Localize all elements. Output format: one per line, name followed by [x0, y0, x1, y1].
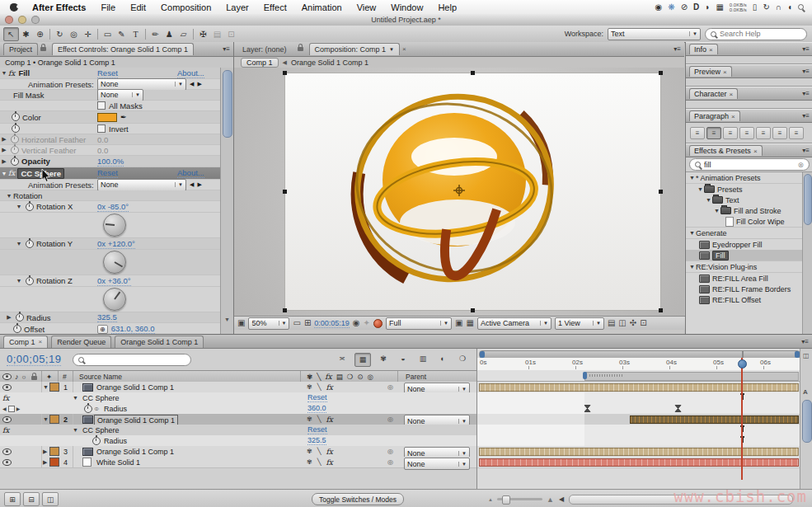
- layer-name[interactable]: Orange Solid 1 Comp 1: [96, 446, 174, 457]
- fx-switch-icon[interactable]: fx: [326, 383, 333, 392]
- keyframe-hourglass-icon[interactable]: [674, 405, 682, 412]
- preset-next-icon[interactable]: ▶: [197, 81, 201, 87]
- sync-icon[interactable]: ↻: [763, 2, 769, 12]
- layer-handle[interactable]: [283, 190, 287, 194]
- collapse-switch-icon[interactable]: ✾: [307, 383, 312, 391]
- cc-sphere-animation-presets-dropdown[interactable]: None ▼: [97, 179, 186, 191]
- rotation-z-value[interactable]: 0x +36.0°: [97, 276, 131, 286]
- effect-name[interactable]: CC Sphere: [82, 392, 120, 403]
- tree-item-refill-offset[interactable]: RE:FILL Offset: [686, 294, 812, 305]
- tree-item-presets[interactable]: ▼ Presets: [686, 184, 812, 195]
- region-of-interest-icon[interactable]: ▣: [455, 319, 462, 327]
- playhead-handle[interactable]: [738, 359, 747, 369]
- radius-value[interactable]: 325.5: [97, 312, 117, 322]
- screen-record-icon[interactable]: ◉: [655, 2, 663, 12]
- eyedropper-icon[interactable]: ✒: [120, 113, 127, 121]
- menu-file[interactable]: File: [93, 2, 123, 12]
- do-not-disturb-icon[interactable]: ⊘: [681, 2, 688, 12]
- twirl-closed-icon[interactable]: ▶: [0, 147, 8, 153]
- layer-2-duration-bar[interactable]: [630, 415, 799, 424]
- character-panel-header[interactable]: Character × ▾≡: [686, 87, 812, 101]
- window-title-bar[interactable]: Untitled Project.aep *: [0, 14, 812, 26]
- tab-project[interactable]: Project: [3, 43, 38, 55]
- timeline-zoom-slider[interactable]: [497, 498, 542, 500]
- layer-handle[interactable]: [659, 308, 663, 312]
- twirl-open-icon[interactable]: ▼: [15, 204, 23, 209]
- panel-menu-icon[interactable]: ▾≡: [802, 45, 810, 53]
- network-globe-icon[interactable]: ❋: [668, 2, 674, 12]
- fx-switch-icon[interactable]: fx: [326, 448, 333, 456]
- prev-keyframe-icon[interactable]: ◀: [2, 406, 7, 411]
- menu-after-effects[interactable]: After Effects: [25, 2, 93, 12]
- close-icon[interactable]: ×: [39, 338, 43, 345]
- fill-mask-dropdown[interactable]: None ▼: [97, 89, 143, 101]
- tab-composition[interactable]: Composition: Comp 1 ▼: [309, 43, 401, 55]
- zoom-in-icon[interactable]: ▲: [547, 495, 554, 504]
- exposure-adjust-icon[interactable]: ⊡: [640, 319, 646, 327]
- align-center-button[interactable]: ≡: [706, 127, 721, 139]
- collapse-switch-icon[interactable]: ✾: [307, 448, 312, 455]
- selection-tool[interactable]: ↖: [3, 27, 19, 41]
- effects-presets-scrollbar[interactable]: [802, 172, 812, 342]
- layer-row-2-selected[interactable]: ▼ 2 Orange Solid 1 Comp 1 ✾ ╲ fx ◎ None …: [0, 414, 476, 425]
- timeline-vertical-scrollbar[interactable]: ◫ A: [800, 349, 812, 489]
- fx-switch-icon[interactable]: fx: [326, 458, 333, 467]
- parent-column-header[interactable]: Parent: [406, 371, 426, 383]
- quality-switch-icon[interactable]: ╲: [317, 448, 322, 455]
- tab-comp-1[interactable]: Comp 1 ×: [3, 336, 48, 348]
- twirl-open-icon[interactable]: ▼: [15, 278, 23, 284]
- tab-orange-solid-comp[interactable]: Orange Solid 1 Comp 1: [115, 336, 204, 348]
- rotation-y-value[interactable]: 0x +120.0°: [97, 239, 135, 249]
- clear-search-icon[interactable]: ⊗: [797, 161, 804, 169]
- work-area-strip[interactable]: [477, 370, 800, 382]
- video-eye-icon[interactable]: [2, 448, 12, 455]
- calendar-icon[interactable]: ▦: [716, 2, 723, 12]
- effect-controls-scrollbar[interactable]: ▼: [220, 68, 233, 334]
- puppet-pin-tool[interactable]: ✠: [196, 28, 210, 40]
- twirl-open-icon[interactable]: ▼: [5, 193, 13, 199]
- panel-lock-icon[interactable]: [40, 47, 46, 51]
- radius-stopwatch-icon[interactable]: [92, 437, 101, 445]
- panel-menu-icon[interactable]: ▾≡: [801, 338, 809, 345]
- opacity-value[interactable]: 100.0%: [97, 157, 124, 167]
- camera-dropdown[interactable]: Active Camera ▼: [477, 317, 552, 330]
- frame-blending-icon[interactable]: ▥: [415, 353, 430, 365]
- time-ruler[interactable]: 0s 01s 02s 03s 04s 05s 06s: [477, 358, 800, 371]
- expand-layer-switches-icon[interactable]: ⊞: [4, 492, 21, 506]
- scroll-left-icon[interactable]: ◀: [559, 495, 564, 503]
- spotlight-search-icon[interactable]: [798, 4, 804, 10]
- twirl-open-icon[interactable]: ▼: [688, 264, 696, 270]
- twirl-open-icon[interactable]: ▼: [0, 171, 8, 176]
- radius-stopwatch-icon[interactable]: [84, 405, 92, 413]
- property-name[interactable]: Radius: [104, 435, 127, 446]
- layer-handle[interactable]: [283, 308, 287, 312]
- toggle-switches-modes-button[interactable]: Toggle Switches / Modes: [312, 493, 404, 505]
- fx-switch-icon[interactable]: fx: [326, 415, 333, 424]
- tree-item-fill-selected[interactable]: Fill: [686, 250, 812, 261]
- info-panel-header[interactable]: Info × ▾≡: [686, 42, 812, 56]
- motion-blur-icon[interactable]: ◐: [435, 353, 450, 365]
- view-layout-dropdown[interactable]: 1 View ▼: [555, 317, 604, 330]
- effects-presets-panel-header[interactable]: Effects & Presets × ▾≡: [686, 143, 812, 157]
- twirl-open-icon[interactable]: ▼: [15, 241, 23, 246]
- layer-name[interactable]: White Solid 1: [96, 457, 140, 467]
- twirl-open-icon[interactable]: ▼: [705, 197, 712, 203]
- property-row-radius-1[interactable]: ◀ ▶ ⌯ Radius 360.0: [0, 403, 476, 415]
- panel-menu-icon[interactable]: ▾≡: [802, 112, 810, 120]
- offset-value[interactable]: 631.0, 360.0: [111, 324, 155, 334]
- draft-3d-icon[interactable]: ✾: [376, 353, 391, 365]
- tab-render-queue[interactable]: Render Queue: [51, 336, 111, 348]
- quality-switch-icon[interactable]: ╲: [317, 383, 322, 391]
- rotation-tool[interactable]: ↻: [53, 28, 67, 40]
- expand-transfer-controls-icon[interactable]: ⊟: [23, 492, 40, 506]
- composition-canvas[interactable]: [284, 73, 661, 311]
- hide-shy-layers-icon[interactable]: ◒: [396, 353, 411, 365]
- close-icon[interactable]: ×: [709, 46, 713, 54]
- timeline-search-input[interactable]: [73, 354, 191, 366]
- justify-all-button[interactable]: ≡: [789, 127, 804, 139]
- timeline-button-icon[interactable]: ▤: [608, 319, 615, 327]
- preset-prev-icon[interactable]: ◀: [190, 181, 194, 188]
- scroll-down-icon[interactable]: ▼: [224, 317, 230, 322]
- twirl-open-icon[interactable]: ▼: [43, 414, 49, 425]
- panel-menu-icon[interactable]: ▾≡: [802, 68, 810, 75]
